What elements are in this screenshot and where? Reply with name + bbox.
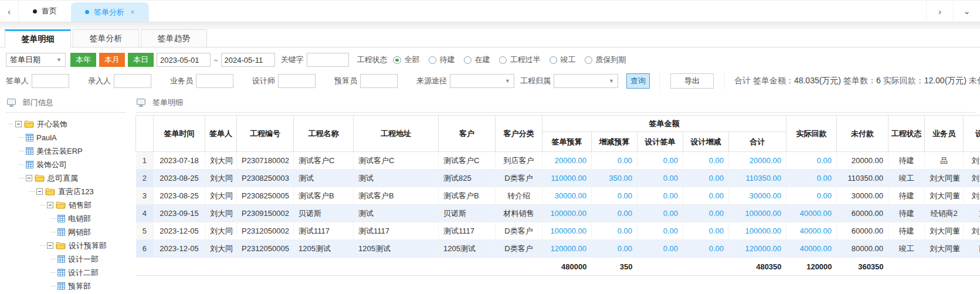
tree-item-1[interactable]: 开心装饰 [8,117,131,131]
tree-item-4[interactable]: 装饰公司 [8,158,131,171]
table-row[interactable]: 52023-12-05刘大同P2312050002测试1117测试1117测试1… [136,222,980,240]
column-header-16[interactable]: 工程状态 [889,116,925,152]
column-header-6[interactable]: 工程地址 [354,116,439,152]
status-radio-5[interactable]: 竣工 [550,55,576,65]
table-row[interactable]: 42023-09-15刘大同P2309150002贝诺斯测试贝诺斯材料销售100… [136,205,980,222]
scroll-tabs-right-button[interactable]: › [926,1,953,22]
person-filter-input-5[interactable] [360,74,398,88]
tree-item-2[interactable]: PaulA [8,131,131,144]
dropdown-filter-select-1[interactable]: ▼ [450,74,514,88]
export-button[interactable]: 导出 [670,73,714,89]
table-cell[interactable]: 0.00 [683,205,729,222]
table-cell[interactable]: 20000.00 [542,152,592,170]
table-cell[interactable]: 100000.00 [729,222,786,240]
table-cell[interactable]: 40000.00 [786,222,837,240]
column-header-13[interactable]: 合计 [729,132,786,152]
table-cell[interactable]: 100000.00 [542,222,592,240]
column-header-1[interactable] [136,116,154,152]
status-radio-3[interactable]: 在建 [464,55,490,65]
table-cell[interactable]: 120000.00 [542,240,592,258]
tree-item-3[interactable]: 美佳云装ERP [8,144,131,158]
table-cell[interactable]: 110000.00 [542,170,592,187]
column-header-5[interactable]: 工程名称 [294,116,354,152]
keyword-input[interactable] [307,53,349,67]
column-header-2[interactable]: 签单时间 [154,116,205,152]
table-cell[interactable]: 0.00 [683,222,729,240]
quick-range-button-3[interactable]: 本日 [128,53,154,67]
table-cell[interactable]: 0.00 [592,152,637,170]
collapse-icon[interactable] [47,202,53,208]
table-cell[interactable]: 0.00 [637,240,683,258]
table-cell[interactable]: 40000.00 [786,205,837,222]
table-cell[interactable]: 0.00 [683,240,729,258]
table-cell[interactable]: 100000.00 [542,205,592,222]
column-header-18[interactable]: 设计师 [964,116,980,152]
status-radio-6[interactable]: 质保到期 [585,55,626,65]
subtab-1[interactable]: 签单明细 [5,29,71,48]
quick-range-button-2[interactable]: 本月 [99,53,125,67]
scroll-tabs-left-button[interactable]: ‹ [0,1,19,22]
table-cell[interactable]: 120000.00 [729,240,786,258]
collapse-icon[interactable] [15,121,22,127]
table-cell[interactable]: 0.00 [592,205,637,222]
column-header-14[interactable]: 实际回款 [786,116,837,152]
table-cell[interactable]: 0.00 [683,187,729,205]
table-row[interactable]: 62023-12-05刘大同P23120500051205测试1205测试120… [136,240,980,258]
column-header-3[interactable]: 签单人 [205,116,237,152]
collapse-icon[interactable] [47,242,53,249]
column-header-7[interactable]: 客户 [439,116,496,152]
person-filter-input-4[interactable] [278,74,316,88]
tree-item-12[interactable]: 设计二部 [8,266,131,279]
tree-item-13[interactable]: 预算部 [8,279,131,292]
collapse-icon[interactable] [26,175,32,181]
table-row[interactable]: 32023-08-25刘大同P2308250005测试客户B测试客户B测试客户B… [136,187,980,205]
table-row[interactable]: 12023-07-18刘大同P2307180002测试客户C测试客户C测试客户C… [136,152,980,170]
table-cell[interactable]: 0.00 [683,152,729,170]
table-cell[interactable]: 0.00 [637,205,683,222]
column-header-8[interactable]: 客户分类 [496,116,542,152]
table-cell[interactable]: 0.00 [592,222,637,240]
table-cell[interactable]: 0.00 [592,240,637,258]
collapse-icon[interactable] [36,188,43,195]
table-cell[interactable]: 0.00 [637,152,683,170]
table-cell[interactable]: 0.00 [786,152,837,170]
quick-range-button-1[interactable]: 本年 [70,53,96,67]
table-cell[interactable]: 30000.00 [729,187,786,205]
tab-menu-button[interactable]: ⌄ [953,1,980,22]
date-to-input[interactable] [221,53,275,67]
column-header-12[interactable]: 设计增减 [683,132,729,152]
table-cell[interactable]: 0.00 [637,187,683,205]
subtab-3[interactable]: 签单趋势 [141,29,207,47]
subtab-2[interactable]: 签单分析 [73,29,139,47]
tree-item-7[interactable]: 销售部 [8,198,131,212]
status-radio-2[interactable]: 待建 [429,55,455,65]
table-cell[interactable]: 0.00 [683,170,729,187]
table-cell[interactable]: 0.00 [637,222,683,240]
table-cell[interactable]: 20000.00 [729,152,786,170]
tree-item-6[interactable]: 直营店123 [8,185,131,198]
dropdown-filter-select-2[interactable]: ▼ [554,74,618,88]
column-header-11[interactable]: 设计签单 [637,132,683,152]
browser-tab-1[interactable]: 首页 [19,1,71,22]
column-header-17[interactable]: 业务员 [925,116,964,152]
person-filter-input-2[interactable] [114,74,151,88]
table-row[interactable]: 22023-08-25刘大同P2308250003测试测试测试825D类客户11… [136,170,980,187]
table-cell[interactable]: 40000.00 [786,240,837,258]
table-cell[interactable]: 110350.00 [729,170,786,187]
status-radio-4[interactable]: 工程过半 [499,55,541,65]
tree-item-11[interactable]: 设计一部 [8,252,131,266]
tree-item-5[interactable]: 总司直属 [8,171,131,185]
column-header-15[interactable]: 未付款 [837,116,889,152]
table-cell[interactable]: 0.00 [786,187,837,205]
query-button[interactable]: 查询 [626,73,650,89]
table-cell[interactable]: 350.00 [592,170,637,187]
table-cell[interactable]: 0.00 [592,187,637,205]
tree-item-9[interactable]: 网销部 [8,225,131,239]
browser-tab-2[interactable]: 签单分析× [71,2,149,22]
column-header-10[interactable]: 增减预算 [592,132,637,152]
date-type-select[interactable]: 签单日期 ▼ [6,53,66,67]
status-radio-1[interactable]: 全部 [393,55,420,65]
date-from-input[interactable] [157,53,211,67]
person-filter-input-3[interactable] [196,74,233,88]
column-header-9[interactable]: 签单预算 [542,132,592,152]
